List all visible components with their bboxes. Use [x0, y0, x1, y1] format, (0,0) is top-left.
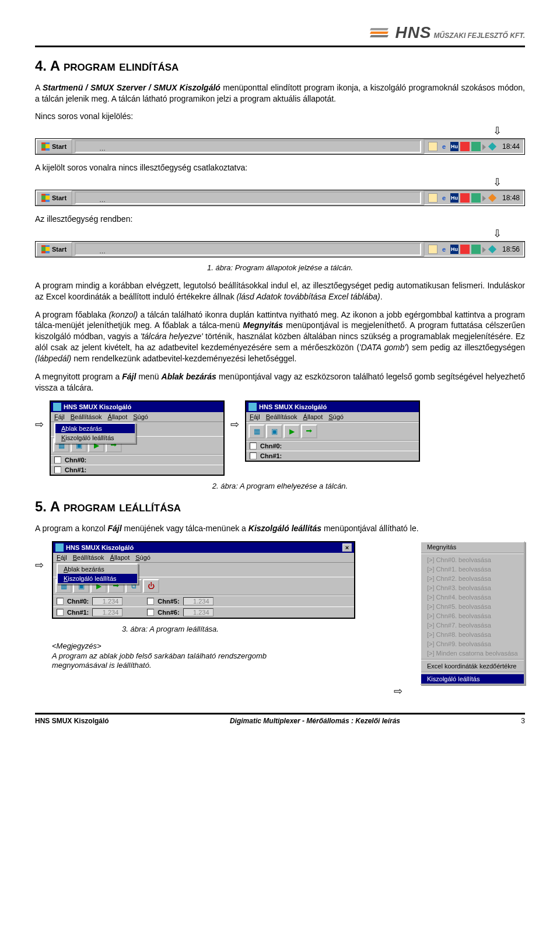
toolbar-btn-4[interactable]: ⮕ [301, 424, 317, 438]
close-icon[interactable]: × [342, 543, 352, 552]
menu-file[interactable]: Fájl Ablak bezárás Kiszolgáló leállítás [57, 554, 67, 561]
ctx-chn-all: [>] Minden csatorna beolvasása [421, 649, 524, 658]
checkbox[interactable] [250, 452, 257, 459]
checkbox[interactable] [147, 598, 154, 605]
windows-flag-icon [41, 142, 50, 151]
channel-row-0: Chn#0: [246, 441, 419, 451]
toolbar-btn-1[interactable]: ▦ [249, 424, 265, 438]
label-interface-ok: Az illesztőegység rendben: [35, 214, 525, 224]
lang-indicator[interactable]: Hu [450, 245, 459, 254]
ctx-open[interactable]: Megnyitás [421, 542, 524, 552]
checkbox[interactable] [147, 609, 154, 616]
tray-icon-1 [460, 142, 470, 151]
menu-item-close-window[interactable]: Ablak bezárás [58, 564, 137, 574]
menu-item-stop-server[interactable]: Kiszolgáló leállítás [55, 433, 135, 442]
start-button[interactable]: Start [36, 242, 72, 257]
channel-row-0: Chn#0:1.234Chn#5:1.234 [53, 595, 354, 607]
windows-flag-icon [41, 194, 50, 202]
ctx-chn-6: [>] Chn#6. beolvasása [421, 611, 524, 621]
menu-status[interactable]: Állapot [108, 413, 128, 420]
menubar: Fájl Ablak bezárás Kiszolgáló leállítás … [51, 412, 223, 422]
note-icon [428, 142, 438, 151]
menu-help[interactable]: Súgó [328, 413, 344, 420]
note-icon [428, 193, 438, 203]
ctx-chn-3: [>] Chn#3. beolvasása [421, 583, 524, 593]
menu-settings[interactable]: Beállítások [266, 413, 298, 420]
logo-bars-icon [370, 28, 388, 37]
menu-status[interactable]: Állapot [110, 554, 130, 561]
menu-help[interactable]: Súgó [133, 413, 148, 420]
taskbar-screenshot-2: Start … e Hu 18:48 [35, 190, 525, 206]
checkbox[interactable] [54, 466, 61, 473]
ctx-chn-7: [>] Chn#7. beolvasása [421, 621, 524, 630]
lang-indicator[interactable]: Hu [450, 193, 459, 203]
section-4-p4: A megnyitott program a Fájl menü Ablak b… [35, 371, 525, 393]
app-icon [55, 543, 64, 552]
ctx-stop-server[interactable]: Kiszolgáló leállítás [421, 674, 524, 684]
volume-icon [482, 247, 486, 253]
menu-file[interactable]: Fájl [250, 413, 260, 420]
logo-sub-text: MŰSZAKI FEJLESZTŐ KFT. [434, 32, 525, 40]
section-4-p3: A program főablaka (konzol) a tálcán tal… [35, 309, 525, 364]
smux-tray-icon[interactable] [488, 245, 496, 253]
channel-row-1: Chn#1: [246, 451, 419, 461]
start-button[interactable]: Start [36, 139, 72, 154]
app-icon [53, 403, 61, 411]
checkbox[interactable] [250, 442, 257, 449]
note-block: <Megjegyzés> A program az ablak jobb fel… [52, 642, 274, 671]
menu-status[interactable]: Állapot [303, 413, 323, 420]
smux-tray-icon[interactable] [488, 142, 496, 151]
start-button[interactable]: Start [36, 190, 72, 205]
tray-icon-2 [471, 142, 481, 151]
lang-indicator[interactable]: Hu [450, 142, 459, 151]
ctx-chn-0: [>] Chn#0. beolvasása [421, 555, 524, 564]
menubar: Fájl Ablak bezárás Kiszolgáló leállítás … [53, 553, 354, 563]
toolbar-btn-3[interactable]: ▶ [284, 424, 300, 438]
file-dropdown: Ablak bezárás Kiszolgáló leállítás [54, 423, 136, 444]
clock: 18:56 [499, 245, 520, 253]
app-window-left: HNS SMUX Kiszolgáló Fájl Ablak bezárás K… [50, 400, 225, 476]
company-logo: HNS MŰSZAKI FEJLESZTŐ KFT. [395, 23, 525, 42]
down-arrow-icon: ⇩ [35, 227, 525, 240]
down-arrow-icon: ⇩ [35, 176, 525, 189]
menu-help[interactable]: Súgó [135, 554, 150, 561]
section-5-title: 5. A program leállítása [35, 499, 525, 515]
ctx-chn-2: [>] Chn#2. beolvasása [421, 574, 524, 583]
titlebar: HNS SMUX Kiszolgáló [51, 402, 223, 412]
section-4-p1: A Startmenü / SMUX Szerver / SMUX Kiszol… [35, 82, 525, 104]
windows-flag-icon [41, 245, 50, 253]
section-4-p2: A program mindig a korábban elvégzett, l… [35, 280, 525, 302]
system-tray: e Hu 18:48 [424, 190, 524, 205]
footer-left: HNS SMUX Kiszolgáló [35, 717, 109, 725]
tray-icon-1 [460, 193, 470, 203]
system-tray: e Hu 18:44 [424, 139, 524, 154]
menu-settings[interactable]: Beállítások [73, 554, 104, 561]
ie-icon: e [439, 142, 449, 151]
ie-icon: e [439, 245, 449, 254]
figure-2-row: ⇨ HNS SMUX Kiszolgáló Fájl Ablak bezárás… [35, 400, 525, 476]
menu-item-stop-server[interactable]: Kiszolgáló leállítás [58, 574, 137, 583]
volume-icon [482, 144, 486, 150]
tray-icon-2 [471, 193, 481, 203]
smux-tray-icon[interactable] [488, 194, 496, 202]
checkbox[interactable] [57, 609, 64, 616]
toolbar-btn-6[interactable]: ⏻ [143, 579, 159, 593]
toolbar: ▦ ▣ ▶ ⮕ [246, 422, 419, 441]
checkbox[interactable] [57, 598, 64, 605]
figure-1-caption: 1. ábra: Program állapotok jelzése a tál… [35, 263, 525, 272]
ctx-excel-reset[interactable]: Excel koordináták kezdőértékre [421, 661, 524, 671]
menu-item-close-window[interactable]: Ablak bezárás [55, 424, 135, 433]
menu-settings[interactable]: Beállítások [71, 413, 102, 420]
checkbox[interactable] [54, 456, 61, 463]
app-window-right: HNS SMUX Kiszolgáló Fájl Beállítások Áll… [245, 400, 420, 462]
label-no-selection: Nincs soros vonal kijelölés: [35, 111, 525, 121]
figure-2-caption: 2. ábra: A program elhelyezése a tálcán. [35, 482, 525, 490]
channel-row-1: Chn#1:1.234Chn#6:1.234 [53, 607, 354, 618]
taskbar-spacer: … [75, 191, 421, 204]
volume-icon [482, 196, 486, 201]
right-arrow-icon: ⇨ [35, 685, 525, 698]
ctx-chn-9: [>] Chn#9. beolvasása [421, 639, 524, 649]
channel-row-0: Chn#0: [51, 455, 223, 465]
toolbar-btn-2[interactable]: ▣ [266, 424, 282, 438]
menu-file[interactable]: Fájl Ablak bezárás Kiszolgáló leállítás [54, 413, 65, 420]
